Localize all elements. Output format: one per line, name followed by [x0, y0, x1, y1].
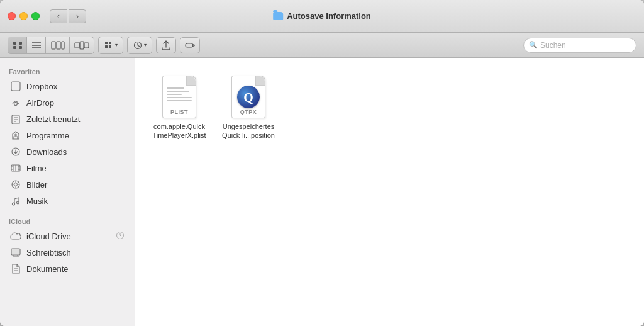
svg-rect-0 — [13, 42, 16, 45]
plist-line-3 — [167, 94, 182, 95]
svg-rect-11 — [80, 42, 84, 49]
file-item-plist[interactable]: PLIST com.apple.QuickTimePlayerX.plist — [148, 70, 211, 144]
svg-rect-3 — [19, 46, 22, 49]
sidebar-item-dropbox[interactable]: Dropbox — [3, 78, 132, 94]
sidebar-item-label: Programme — [26, 131, 69, 140]
back-button[interactable]: ‹ — [50, 9, 67, 23]
svg-rect-10 — [75, 43, 79, 48]
sidebar-item-label: Schreibtisch — [26, 248, 71, 257]
sidebar-item-label: iCloud Drive — [26, 232, 71, 241]
sidebar-item-label: Musik — [26, 196, 48, 206]
file-item-qtpx[interactable]: Q QTPX Ungespeichertes QuickTi...positio… — [217, 70, 280, 144]
nav-buttons: ‹ › — [50, 9, 86, 23]
file-area: PLIST com.apple.QuickTimePlayerX.plist Q… — [135, 58, 644, 326]
svg-rect-14 — [109, 42, 111, 44]
plist-lines — [167, 87, 192, 103]
plist-line-5 — [167, 100, 192, 101]
svg-rect-9 — [62, 42, 64, 49]
sidebar-item-musik[interactable]: Musik — [3, 193, 132, 209]
sidebar-item-dokumente[interactable]: Dokumente — [3, 261, 132, 277]
view-icon-button[interactable] — [8, 37, 27, 53]
sidebar-item-label: Dropbox — [26, 82, 57, 91]
close-button[interactable] — [8, 12, 16, 20]
forward-button[interactable]: › — [69, 9, 86, 23]
svg-rect-18 — [186, 43, 193, 47]
sidebar-item-icloud-drive[interactable]: iCloud Drive — [3, 228, 132, 244]
sidebar-item-programmes[interactable]: Programme — [3, 127, 132, 143]
plist-line-2 — [167, 91, 189, 92]
icloud-icon — [10, 230, 21, 242]
qtpx-badge: QTPX — [240, 109, 257, 115]
action-group: ▾ — [127, 37, 152, 54]
sidebar-item-label: AirDrop — [26, 98, 54, 108]
plist-icon-wrapper: PLIST — [159, 74, 199, 120]
search-placeholder: Suchen — [540, 41, 566, 50]
sidebar-item-label: Downloads — [26, 147, 67, 157]
svg-point-26 — [15, 134, 17, 136]
sidebar-item-schreibtisch[interactable]: Schreibtisch — [3, 244, 132, 261]
sidebar-item-downloads[interactable]: Downloads — [3, 143, 132, 160]
svg-rect-1 — [19, 42, 22, 45]
icloud-sync-icon — [116, 231, 125, 241]
sidebar-section-icloud: iCloud — [0, 215, 135, 228]
programmes-icon — [10, 130, 21, 141]
sidebar-item-label: Dokumente — [26, 264, 68, 274]
sidebar-item-bilder[interactable]: Bilder — [3, 176, 132, 193]
plist-badge: PLIST — [170, 109, 188, 115]
tag-button[interactable] — [180, 37, 200, 53]
dokumente-icon — [10, 263, 21, 274]
downloads-icon — [10, 146, 21, 157]
svg-rect-15 — [105, 45, 108, 48]
svg-rect-2 — [13, 46, 16, 49]
qtpx-file-icon: Q QTPX — [231, 76, 265, 118]
qt-letter: Q — [243, 91, 253, 105]
airdrop-icon — [10, 97, 21, 108]
view-columns-button[interactable] — [46, 37, 70, 53]
svg-rect-8 — [57, 42, 60, 49]
titlebar: ‹ › Autosave Information — [0, 0, 644, 33]
bilder-icon — [10, 179, 21, 190]
sidebar-item-label: Bilder — [26, 180, 47, 189]
svg-rect-46 — [12, 249, 19, 254]
svg-point-37 — [14, 183, 18, 186]
schreibtisch-icon — [10, 247, 21, 258]
share-button[interactable] — [156, 37, 176, 53]
sidebar-item-label: Filme — [26, 164, 47, 173]
qtpx-icon-wrapper: Q QTPX — [228, 74, 269, 120]
main-content: Favoriten Dropbox AirDrop — [0, 58, 644, 326]
qt-logo: Q — [237, 86, 260, 108]
arrange-button[interactable]: ▾ — [99, 37, 123, 53]
plist-file-name: com.apple.QuickTimePlayerX.plist — [152, 122, 207, 140]
window-title: Autosave Information — [273, 11, 371, 21]
title-text: Autosave Information — [287, 11, 371, 21]
minimize-button[interactable] — [19, 12, 28, 20]
arrange-group: ▾ — [98, 37, 123, 54]
plist-file-icon: PLIST — [162, 76, 196, 118]
svg-rect-20 — [11, 82, 20, 91]
view-coverflow-button[interactable] — [70, 37, 94, 53]
finder-window: ‹ › Autosave Information — [0, 0, 644, 326]
qtpx-file-name: Ungespeichertes QuickTi...position — [221, 122, 276, 140]
sidebar-section-favoriten: Favoriten — [0, 65, 135, 78]
recent-icon — [10, 113, 21, 125]
toolbar: ▾ ▾ 🔍 Suchen — [0, 33, 644, 58]
view-list-button[interactable] — [27, 37, 46, 53]
svg-rect-16 — [109, 45, 111, 48]
svg-rect-13 — [105, 42, 108, 44]
dropbox-icon — [10, 81, 21, 92]
maximize-button[interactable] — [31, 12, 40, 20]
sidebar-item-airdrop[interactable]: AirDrop — [3, 94, 132, 111]
plist-line-4 — [167, 97, 192, 98]
search-box[interactable]: 🔍 Suchen — [523, 38, 636, 53]
search-icon: 🔍 — [529, 41, 538, 49]
filme-icon — [10, 162, 21, 174]
folder-icon — [273, 12, 283, 20]
sidebar-item-recent[interactable]: Zuletzt benutzt — [3, 111, 132, 127]
action-button[interactable]: ▾ — [128, 37, 152, 53]
plist-line-1 — [167, 87, 184, 89]
sidebar-item-label: Zuletzt benutzt — [26, 115, 80, 124]
sidebar-item-filme[interactable]: Filme — [3, 160, 132, 176]
svg-rect-7 — [52, 42, 55, 49]
svg-rect-12 — [84, 43, 89, 48]
traffic-lights — [8, 12, 40, 20]
